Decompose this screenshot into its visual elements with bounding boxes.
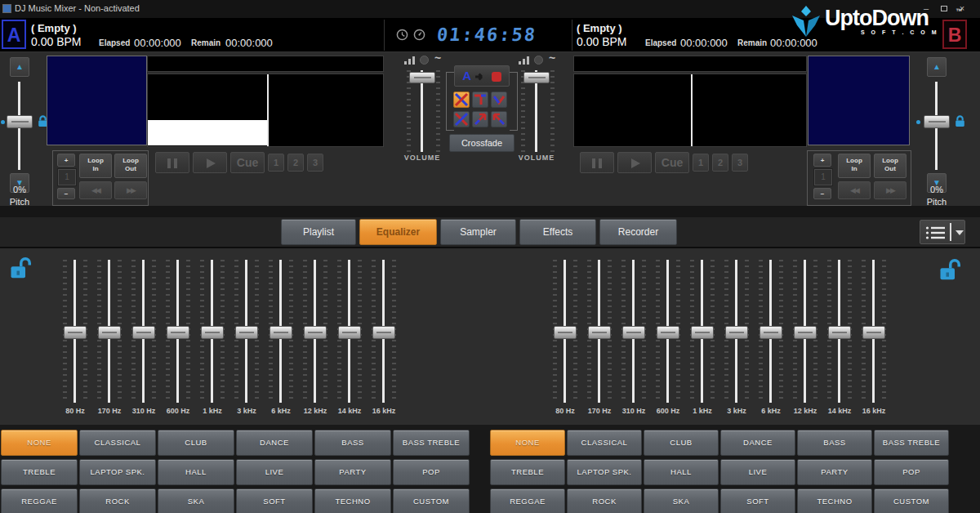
- deck-b-knob-icon[interactable]: [534, 56, 543, 65]
- eq-preset-b-none[interactable]: NONE: [490, 430, 565, 456]
- eq-preset-a-rock[interactable]: ROCK: [79, 488, 156, 513]
- eq-band-handle[interactable]: [64, 326, 87, 339]
- eq-preset-b-treble[interactable]: TREBLE: [490, 459, 565, 485]
- eq-preset-a-live[interactable]: LIVE: [236, 459, 313, 485]
- crossfade-curve-rise-button[interactable]: [472, 111, 488, 127]
- eq-preset-b-rock[interactable]: ROCK: [567, 488, 642, 513]
- eq-preset-b-soft[interactable]: SOFT: [720, 488, 795, 513]
- deck-a-loop-in-button[interactable]: Loop In: [79, 154, 112, 178]
- crossfade-curve-x-button[interactable]: [453, 91, 470, 108]
- deck-a-hotcue-1-button[interactable]: 1: [268, 154, 284, 172]
- eq-preset-a-classical[interactable]: CLASSICAL: [79, 430, 156, 456]
- deck-b-eq-bars-icon[interactable]: [518, 55, 530, 65]
- deck-b-hotcue-2-button[interactable]: 2: [712, 154, 728, 172]
- eq-band-handle[interactable]: [691, 326, 714, 339]
- deck-a-volume-handle[interactable]: [409, 72, 435, 83]
- eq-band-handle[interactable]: [725, 326, 748, 339]
- eq-band-handle[interactable]: [622, 326, 645, 339]
- deck-b-wave-icon[interactable]: ~: [549, 51, 555, 65]
- playlist-view-button[interactable]: [920, 220, 965, 244]
- eq-left-lock-icon[interactable]: [8, 255, 31, 281]
- crossfade-curve-x2-button[interactable]: [453, 111, 470, 127]
- timer-icon[interactable]: [413, 29, 425, 41]
- crossfade-curve-step-button[interactable]: [472, 91, 488, 108]
- eq-preset-a-bass-treble[interactable]: BASS TREBLE: [393, 430, 470, 456]
- tab-equalizer[interactable]: Equalizer: [359, 219, 437, 245]
- eq-right-lock-icon[interactable]: [938, 256, 960, 283]
- eq-preset-a-none[interactable]: NONE: [1, 430, 78, 456]
- deck-a-forward-button[interactable]: ▶▶: [114, 181, 147, 199]
- eq-band-handle[interactable]: [828, 326, 851, 339]
- eq-band-handle[interactable]: [270, 326, 292, 339]
- tab-effects[interactable]: Effects: [519, 219, 596, 245]
- deck-a-wave-icon[interactable]: ~: [434, 51, 441, 65]
- eq-preset-b-ska[interactable]: SKA: [644, 488, 719, 513]
- deck-b-cue-button[interactable]: Cue: [655, 152, 689, 173]
- deck-a-loop-minus-button[interactable]: −: [57, 188, 75, 199]
- deck-a-overview-waveform[interactable]: [147, 56, 384, 72]
- deck-b-overview-waveform[interactable]: [573, 56, 807, 72]
- deck-b-loop-plus-button[interactable]: +: [813, 154, 831, 167]
- eq-preset-a-hall[interactable]: HALL: [158, 459, 234, 485]
- eq-preset-a-pop[interactable]: POP: [393, 459, 470, 485]
- eq-band-handle[interactable]: [657, 326, 679, 339]
- deck-a-knob-icon[interactable]: [420, 56, 429, 65]
- eq-preset-b-laptop-spk-[interactable]: LAPTOP SPK.: [567, 459, 642, 485]
- eq-band-handle[interactable]: [201, 326, 224, 339]
- eq-band-handle[interactable]: [794, 326, 817, 339]
- deck-a-rewind-button[interactable]: ◀◀: [79, 181, 112, 199]
- deck-a-pitch-up-button[interactable]: ▲: [10, 57, 29, 77]
- deck-a-pitch-handle[interactable]: [7, 115, 33, 128]
- eq-preset-a-custom[interactable]: CUSTOM: [393, 488, 470, 513]
- eq-preset-b-pop[interactable]: POP: [874, 459, 949, 485]
- eq-band-handle[interactable]: [132, 326, 155, 339]
- eq-preset-a-ska[interactable]: SKA: [158, 488, 234, 513]
- deck-a-pause-button[interactable]: [155, 152, 189, 173]
- tab-sampler[interactable]: Sampler: [440, 219, 516, 245]
- eq-preset-a-soft[interactable]: SOFT: [236, 488, 313, 513]
- deck-b-pitch-handle[interactable]: [924, 115, 950, 128]
- deck-a-cue-button[interactable]: Cue: [230, 152, 265, 173]
- deck-b-forward-button[interactable]: ▶▶: [874, 181, 906, 199]
- eq-preset-b-hall[interactable]: HALL: [644, 459, 719, 485]
- deck-b-main-waveform[interactable]: [573, 74, 807, 147]
- eq-band-handle[interactable]: [554, 326, 577, 339]
- crossfade-curve-v-button[interactable]: [491, 91, 507, 108]
- eq-band-handle[interactable]: [235, 326, 258, 339]
- eq-preset-b-bass-treble[interactable]: BASS TREBLE: [874, 430, 949, 456]
- eq-preset-a-dance[interactable]: DANCE: [236, 430, 313, 456]
- eq-preset-b-party[interactable]: PARTY: [797, 459, 872, 485]
- eq-preset-a-techno[interactable]: TECHNO: [314, 488, 391, 513]
- crossfade-curve-fall-button[interactable]: [491, 111, 507, 127]
- clock-icon[interactable]: [396, 29, 408, 41]
- deck-b-loop-minus-button[interactable]: −: [813, 188, 831, 199]
- deck-b-pitch-lock-icon[interactable]: [953, 114, 967, 128]
- deck-b-volume-handle[interactable]: [523, 72, 550, 83]
- eq-preset-b-bass[interactable]: BASS: [797, 430, 872, 456]
- deck-a-hotcue-3-button[interactable]: 3: [307, 154, 323, 172]
- deck-b-pitch-up-button[interactable]: ▲: [927, 57, 947, 77]
- deck-a-hotcue-2-button[interactable]: 2: [287, 154, 304, 172]
- deck-b-rewind-button[interactable]: ◀◀: [838, 181, 871, 199]
- eq-band-handle[interactable]: [167, 326, 189, 339]
- deck-a-play-button[interactable]: [193, 152, 227, 173]
- deck-b-hotcue-3-button[interactable]: 3: [732, 154, 748, 172]
- eq-band-handle[interactable]: [304, 326, 327, 339]
- eq-preset-b-live[interactable]: LIVE: [720, 459, 795, 485]
- deck-b-pause-button[interactable]: [580, 152, 614, 173]
- eq-band-handle[interactable]: [760, 326, 782, 339]
- eq-preset-a-laptop-spk-[interactable]: LAPTOP SPK.: [79, 459, 156, 485]
- tab-recorder[interactable]: Recorder: [599, 219, 677, 245]
- eq-band-handle[interactable]: [588, 326, 611, 339]
- deck-b-loop-in-button[interactable]: Loop In: [838, 154, 871, 178]
- eq-preset-a-club[interactable]: CLUB: [158, 430, 234, 456]
- eq-preset-a-treble[interactable]: TREBLE: [1, 459, 78, 485]
- deck-b-hotcue-1-button[interactable]: 1: [693, 154, 709, 172]
- crossfade-direction-button[interactable]: A: [454, 65, 510, 87]
- eq-band-handle[interactable]: [98, 326, 121, 339]
- eq-band-handle[interactable]: [862, 326, 885, 339]
- eq-preset-b-custom[interactable]: CUSTOM: [874, 488, 949, 513]
- eq-preset-b-techno[interactable]: TECHNO: [797, 488, 872, 513]
- eq-preset-a-bass[interactable]: BASS: [314, 430, 391, 456]
- eq-band-handle[interactable]: [372, 326, 395, 339]
